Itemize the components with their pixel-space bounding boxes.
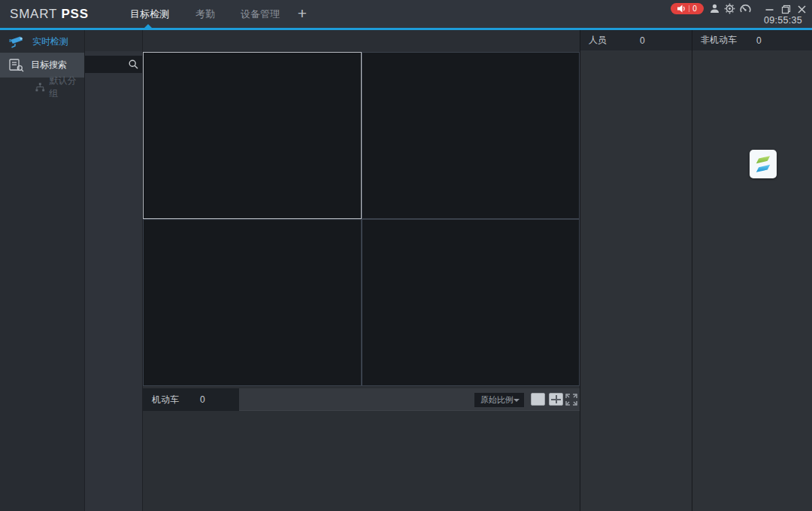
scale-mode-value: 原始比例: [480, 394, 514, 406]
tree-search-input[interactable]: [88, 56, 129, 73]
nav-item-label: 目标搜索: [31, 59, 67, 71]
video-pane-2[interactable]: [362, 52, 580, 219]
alarm-count: 0: [692, 5, 697, 13]
speaker-icon: [677, 5, 686, 13]
video-area-header: [143, 30, 580, 52]
restore-button[interactable]: [781, 5, 791, 14]
person-panel-header: 人员 0: [580, 30, 692, 50]
fullscreen-icon[interactable]: [565, 394, 577, 406]
app-logo: SMART PSS: [10, 0, 89, 28]
smartpss-s-icon: [752, 152, 774, 176]
tab-attendance[interactable]: 考勤: [184, 0, 226, 28]
video-toolbar: 机动车 0 原始比例: [143, 388, 580, 411]
nav-item-label: 实时检测: [32, 35, 68, 48]
person-panel: 人员 0: [580, 30, 692, 511]
motor-vehicle-count: 0: [200, 394, 205, 405]
tree-search-box[interactable]: [85, 56, 142, 73]
person-label: 人员: [589, 34, 607, 47]
alarm-badge[interactable]: 0: [671, 3, 704, 14]
chevron-down-icon: [514, 399, 520, 402]
tab-device-management[interactable]: 设备管理: [232, 0, 289, 28]
video-pane-3[interactable]: [143, 219, 362, 386]
brand-light: SMART: [10, 7, 57, 21]
non-motor-panel: 非机动车 0: [692, 30, 812, 511]
person-count: 0: [640, 35, 645, 46]
tree-side-panel: [85, 30, 143, 511]
motor-vehicle-counter: 机动车 0: [143, 388, 239, 411]
non-motor-count: 0: [756, 35, 762, 46]
motor-vehicle-label: 机动车: [152, 394, 179, 406]
group-tree-icon: [35, 83, 45, 92]
smartpss-window: SMART PSS 目标检测 考勤 设备管理 + 0: [0, 0, 812, 511]
layout-quad-button[interactable]: [549, 393, 563, 406]
tree-panel-header: [85, 30, 142, 51]
active-tab-notch: [144, 24, 152, 28]
brand-bold: PSS: [61, 7, 88, 21]
video-area: 机动车 0 原始比例: [143, 30, 580, 511]
video-pane-4[interactable]: [362, 219, 580, 386]
tree-node-default-group[interactable]: 默认分组: [0, 79, 84, 96]
nav-item-realtime-detection[interactable]: 实时检测: [0, 30, 84, 53]
document-search-icon: [9, 59, 24, 72]
user-icon[interactable]: [710, 4, 720, 14]
settings-gear-icon[interactable]: [724, 3, 735, 14]
clock-display: 09:55:35: [764, 15, 802, 26]
non-motor-label: 非机动车: [701, 34, 737, 47]
non-motor-panel-header: 非机动车 0: [692, 30, 812, 50]
scale-mode-dropdown[interactable]: 原始比例: [474, 393, 524, 407]
add-tab-button[interactable]: +: [292, 0, 313, 28]
close-button[interactable]: [797, 5, 807, 14]
minimize-button[interactable]: [765, 5, 774, 14]
tree-node-label: 默认分组: [50, 75, 84, 100]
camera-icon: [9, 35, 26, 48]
left-nav-panel: 实时检测 目标搜索 默认分组: [0, 30, 85, 511]
layout-single-button[interactable]: [531, 393, 545, 406]
smartpss-floating-logo[interactable]: [750, 150, 777, 178]
title-bar: SMART PSS 目标检测 考勤 设备管理 + 0: [0, 0, 812, 28]
performance-gauge-icon[interactable]: [739, 3, 752, 14]
search-icon[interactable]: [129, 59, 138, 69]
video-grid: [143, 52, 580, 386]
alarm-badge-divider: [689, 5, 689, 12]
video-pane-1[interactable]: [143, 52, 362, 219]
